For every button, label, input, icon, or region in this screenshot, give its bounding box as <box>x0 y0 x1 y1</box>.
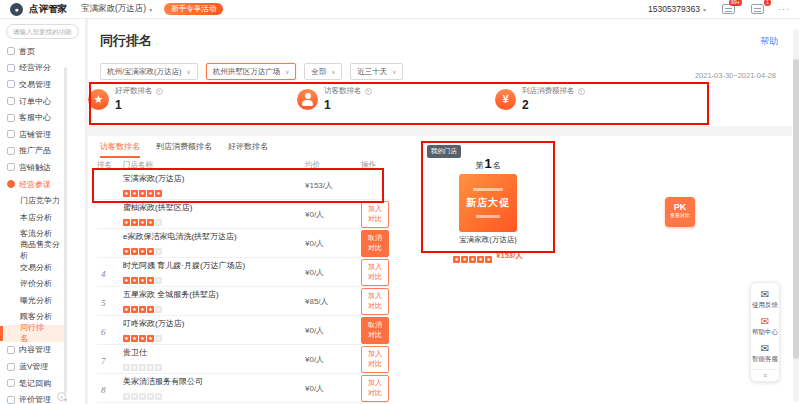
chevron-down-icon: ∨ <box>187 69 191 75</box>
compare-button[interactable]: 取消对比 <box>361 230 389 257</box>
filter-dropdown-label: 杭州/宝满家政(万达店) <box>107 67 182 77</box>
shop-name: 美家清洁服务有限公司 <box>123 376 301 387</box>
info-icon[interactable] <box>365 88 372 95</box>
more-menu-button[interactable]: ··· <box>778 4 790 14</box>
compare-button[interactable]: 取消对比 <box>361 317 389 344</box>
sidebar-scrollbar[interactable] <box>64 67 67 394</box>
toolbar-label: 智能客服 <box>751 355 779 364</box>
message-button[interactable]: 99+ <box>722 4 735 14</box>
sidebar-item-label: 评价管理 <box>19 394 51 404</box>
sidebar-item[interactable]: 店铺管理 ▾ <box>0 126 85 143</box>
pk-label: PK <box>665 202 695 212</box>
notification-badge: 1 <box>764 0 771 6</box>
toolbar-label: 帮助中心 <box>751 328 779 337</box>
dianping-guanjia-logo-icon: ● <box>10 3 23 16</box>
ranking-tab[interactable]: 好评数排名 <box>228 141 268 158</box>
compare-button[interactable]: 加入对比 <box>361 346 389 373</box>
table-header-cell: 门店名称 <box>123 160 305 170</box>
stat-label: 好评数排名 <box>115 86 153 96</box>
stat-label: 访客数排名 <box>324 86 362 96</box>
ranking-tab[interactable]: 到店消费额排名 <box>156 141 212 158</box>
sidebar-item[interactable]: 经营参谋 ▾ <box>0 176 85 193</box>
avg-price: ¥0/人 <box>305 209 361 220</box>
sidebar-search-input[interactable] <box>6 24 79 39</box>
info-icon[interactable] <box>156 88 163 95</box>
toolbar-item[interactable]: ✉ 使用反馈 <box>751 286 779 313</box>
star-rating: ★★★★★ <box>123 244 305 255</box>
sidebar-item[interactable]: 评价管理 ▾ <box>0 391 85 404</box>
rank-number: 7 <box>97 356 106 366</box>
filter-dropdown[interactable]: 近三十天 ∨ <box>350 63 403 80</box>
toolbar-icon: ✉ <box>751 289 779 300</box>
sidebar-item-label: 评价分析 <box>20 278 52 289</box>
rank-cell: 7 <box>97 350 123 368</box>
promo-activity-badge[interactable]: 新手专享活动 <box>164 3 223 15</box>
poster-title: 新店大促 <box>466 196 510 210</box>
sidebar-item[interactable]: 蓝V管理 ▾ <box>0 358 85 375</box>
pk-compare-button[interactable]: PK 查看对比 <box>665 197 695 227</box>
sidebar-item[interactable]: 评价分析 <box>0 275 85 292</box>
sidebar-item[interactable]: 客服中心 <box>0 109 85 126</box>
table-row: 宝满家政(万达店) ★★★★★ ¥153/人 <box>97 171 389 200</box>
shop-cell: 五星家政 全城服务(拱墅店) ★★★★★ <box>123 289 305 313</box>
toolbar-item[interactable]: ✉ 智能客服 <box>751 340 779 367</box>
sidebar-item[interactable]: 内容管理 ▾ <box>0 342 85 359</box>
sidebar-item[interactable]: 同行排名 <box>4 325 66 342</box>
sidebar-item-label: 门店竞争力 <box>20 195 60 206</box>
filter-bar: 杭州/宝满家政(万达店) ∨ 杭州拱墅区万达广场 ∨ 全部 ∨ 近三十天 ∨ <box>100 63 403 80</box>
sidebar-item[interactable]: 交易管理 ▾ <box>0 76 85 93</box>
star-rating: ★★★★★ <box>123 273 305 284</box>
toolbar-item[interactable]: ✉ 帮助中心 <box>751 313 779 340</box>
sidebar-item-icon <box>7 163 15 171</box>
sidebar-item[interactable]: 经营评分 <box>0 60 85 77</box>
star-rating: ★★★★★ <box>123 302 305 313</box>
sidebar-item-icon <box>7 97 15 105</box>
sidebar-item-icon <box>7 363 15 371</box>
account-menu[interactable]: 15305379363 ▾ <box>648 4 706 14</box>
sidebar-item[interactable]: 推广产品 ▾ <box>0 143 85 160</box>
rank-number: 8 <box>97 385 106 395</box>
sidebar-item-label: 顾客分析 <box>20 311 52 322</box>
filter-dropdown[interactable]: 杭州/宝满家政(万达店) ∨ <box>100 63 198 80</box>
chevron-down-icon: ∨ <box>392 69 396 75</box>
ranking-tab[interactable]: 访客数排名 <box>100 141 140 158</box>
sidebar-scroll-down-icon[interactable]: ⌄ <box>57 392 66 401</box>
rank-number: 4 <box>97 269 106 279</box>
sidebar-item-label: 交易分析 <box>20 262 52 273</box>
page-title: 同行排名 <box>100 32 152 50</box>
compare-button[interactable]: 加入对比 <box>361 201 389 228</box>
compare-button[interactable]: 加入对比 <box>361 375 389 402</box>
rank-cell: 6 <box>97 321 123 339</box>
sidebar-item[interactable]: 商品售卖分析 <box>0 242 85 259</box>
toolbar-collapse-icon[interactable]: ≡ <box>751 369 779 379</box>
info-icon[interactable] <box>578 88 585 95</box>
stat-icon <box>297 89 318 110</box>
star-rating: ★★★★★ <box>453 247 493 265</box>
sidebar-item-label: 经营参谋 <box>19 179 51 190</box>
notification-button[interactable]: 1 <box>751 4 764 14</box>
sidebar-item[interactable]: 本店分析 <box>0 209 85 226</box>
chevron-down-icon: ▾ <box>703 6 706 13</box>
store-selector[interactable]: 宝满家政(万达店) ▾ <box>81 3 152 15</box>
sidebar-item[interactable]: 订单中心 ▾ <box>0 93 85 110</box>
compare-button[interactable]: 加入对比 <box>361 259 389 286</box>
help-link[interactable]: 帮助 <box>760 35 778 48</box>
sidebar-item[interactable]: 首页 <box>0 43 85 60</box>
sidebar-item[interactable]: 笔记回购 <box>0 375 85 392</box>
main-scrollbar-thumb[interactable] <box>793 59 799 359</box>
store-poster-image: 新店大促 <box>459 174 517 232</box>
filter-dropdown[interactable]: 杭州拱墅区万达广场 ∨ <box>206 63 297 80</box>
message-badge: 99+ <box>729 0 742 6</box>
ranking-stat-card: 好评数排名 1 <box>88 86 163 112</box>
ranking-stats-row: 访客数排名 1 到店消费额排名 2 <box>88 84 728 124</box>
main-scrollbar-track <box>793 29 799 402</box>
shop-cell: 贵卫仕 ★★★★★ <box>123 347 305 371</box>
star-rating: ★★★★★ <box>123 186 305 197</box>
sidebar-item-label: 首页 <box>19 46 35 57</box>
sidebar-item[interactable]: 曝光分析 <box>0 292 85 309</box>
sidebar-item[interactable]: 交易分析 <box>0 259 85 276</box>
compare-button[interactable]: 加入对比 <box>361 288 389 315</box>
sidebar-item[interactable]: 门店竞争力 <box>0 192 85 209</box>
sidebar-item[interactable]: 营销触达 ▾ <box>0 159 85 176</box>
filter-dropdown[interactable]: 全部 ∨ <box>304 63 342 80</box>
